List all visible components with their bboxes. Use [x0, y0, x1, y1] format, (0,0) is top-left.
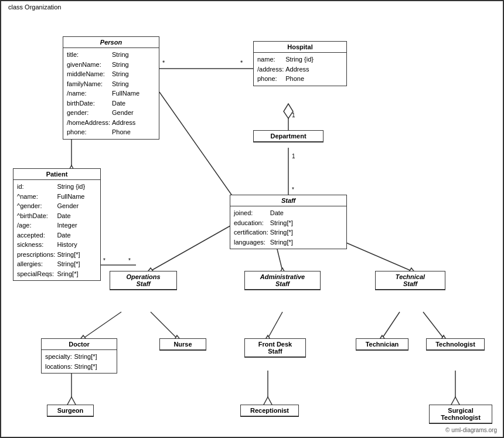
surgical-technologist-header: Surgical Technologist: [430, 405, 492, 423]
svg-text:*: *: [103, 257, 105, 264]
svg-text:*: *: [162, 59, 165, 66]
surgeon-class: Surgeon: [47, 405, 94, 417]
nurse-class-header: Nurse: [160, 339, 206, 350]
svg-text:1: 1: [292, 153, 295, 159]
patient-class: Patient id:String {id} ^name:FullName ^g…: [13, 168, 101, 281]
technologist-class-header: Technologist: [427, 339, 484, 350]
receptionist-class-header: Receptionist: [241, 405, 298, 416]
front-desk-staff-header: Front Desk Staff: [245, 339, 305, 357]
svg-line-17: [151, 223, 236, 271]
patient-class-body: id:String {id} ^name:FullName ^gender:Ge…: [13, 180, 100, 280]
administrative-staff-class: Administrative Staff: [244, 271, 321, 290]
receptionist-class: Receptionist: [240, 405, 299, 417]
svg-text:1: 1: [292, 112, 295, 118]
svg-text:*: *: [240, 59, 243, 66]
svg-line-25: [151, 312, 177, 338]
copyright: © uml-diagrams.org: [445, 427, 497, 433]
technical-staff-header: Technical Staff: [376, 271, 445, 290]
diagram-title: class Organization: [6, 4, 64, 11]
technician-class-header: Technician: [356, 339, 408, 350]
operations-staff-class: Operations Staff: [110, 271, 177, 290]
department-class-header: Department: [254, 131, 323, 142]
staff-class: Staff joined:Date education:String[*] ce…: [230, 195, 347, 249]
patient-class-header: Patient: [13, 169, 100, 180]
person-class-header: Person: [63, 37, 159, 48]
surgeon-class-header: Surgeon: [47, 405, 93, 416]
hospital-class-header: Hospital: [254, 42, 346, 53]
department-class: Department: [253, 130, 323, 142]
hospital-class-body: name:String {id} /address:Address phone:…: [254, 53, 346, 86]
administrative-staff-header: Administrative Staff: [245, 271, 320, 290]
svg-line-31: [423, 312, 444, 338]
front-desk-staff-class: Front Desk Staff: [244, 338, 306, 358]
doctor-class: Doctor specialty:String[*] locations:Str…: [41, 338, 117, 374]
operations-staff-header: Operations Staff: [110, 271, 176, 290]
doctor-class-header: Doctor: [42, 339, 117, 350]
svg-text:*: *: [128, 257, 131, 264]
staff-class-header: Staff: [230, 195, 346, 206]
svg-line-27: [268, 312, 282, 338]
svg-marker-4: [284, 104, 293, 118]
technologist-class: Technologist: [426, 338, 485, 351]
svg-line-23: [83, 312, 121, 338]
svg-text:*: *: [292, 186, 294, 193]
diagram-container: class Organization * * 1 * 1 * * *: [0, 0, 504, 438]
hospital-class: Hospital name:String {id} /address:Addre…: [253, 41, 347, 86]
doctor-class-body: specialty:String[*] locations:String[*]: [42, 350, 117, 373]
svg-line-29: [382, 312, 400, 338]
nurse-class: Nurse: [159, 338, 206, 351]
technical-staff-class: Technical Staff: [375, 271, 445, 290]
surgical-technologist-class: Surgical Technologist: [429, 405, 492, 424]
technician-class: Technician: [356, 338, 408, 351]
svg-line-12: [159, 92, 236, 201]
person-class: Person title:String givenName:String mid…: [63, 36, 159, 140]
staff-class-body: joined:Date education:String[*] certific…: [230, 206, 346, 249]
person-class-body: title:String givenName:String middleName…: [63, 48, 159, 139]
